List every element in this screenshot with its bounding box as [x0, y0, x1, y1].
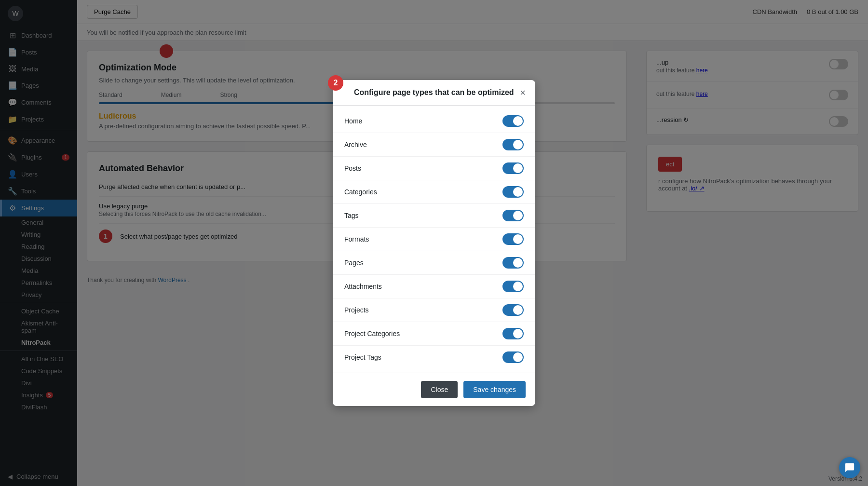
modal-body: HomeArchivePostsCategoriesTagsFormatsPag…	[333, 106, 535, 373]
toggle-label-6: Pages	[344, 259, 364, 267]
toggle-row: Home	[333, 109, 535, 133]
configure-modal: 2 Configure page types that can be optim…	[333, 80, 535, 406]
toggle-row: Categories	[333, 180, 535, 204]
toggle-label-5: Formats	[344, 235, 369, 243]
modal-title: Configure page types that can be optimiz…	[342, 88, 514, 97]
toggle-switch-10[interactable]	[502, 351, 524, 363]
chat-bubble-button[interactable]	[839, 457, 860, 478]
modal-footer: Close Save changes	[333, 373, 535, 406]
toggle-switch-6[interactable]	[502, 257, 524, 269]
toggle-row: Project Categories	[333, 322, 535, 346]
toggle-row: Project Tags	[333, 346, 535, 369]
toggle-switch-4[interactable]	[502, 210, 524, 221]
toggle-label-2: Posts	[344, 164, 361, 172]
toggle-switch-8[interactable]	[502, 304, 524, 316]
toggle-label-0: Home	[344, 117, 362, 125]
toggle-label-3: Categories	[344, 188, 377, 196]
toggle-label-9: Project Categories	[344, 330, 400, 338]
toggle-row: Attachments	[333, 275, 535, 298]
toggle-row: Formats	[333, 228, 535, 251]
toggle-row: Tags	[333, 204, 535, 228]
toggle-switch-1[interactable]	[502, 139, 524, 150]
modal-header: 2 Configure page types that can be optim…	[333, 80, 535, 106]
toggle-row: Projects	[333, 298, 535, 322]
toggle-label-7: Attachments	[344, 283, 382, 290]
modal-step-badge: 2	[328, 75, 343, 91]
modal-close-button[interactable]: ×	[520, 88, 526, 97]
toggle-label-4: Tags	[344, 212, 359, 219]
toggle-row: Posts	[333, 157, 535, 180]
save-changes-button[interactable]: Save changes	[463, 381, 526, 398]
toggle-switch-0[interactable]	[502, 115, 524, 127]
toggle-switch-3[interactable]	[502, 186, 524, 198]
toggle-label-8: Projects	[344, 306, 369, 314]
toggle-switch-5[interactable]	[502, 233, 524, 245]
modal-overlay[interactable]: 2 Configure page types that can be optim…	[0, 0, 868, 486]
toggle-switch-7[interactable]	[502, 281, 524, 292]
chat-icon	[844, 462, 855, 473]
close-button[interactable]: Close	[421, 381, 458, 398]
toggle-row: Archive	[333, 133, 535, 157]
toggle-switch-9[interactable]	[502, 328, 524, 339]
toggle-switch-2[interactable]	[502, 162, 524, 174]
toggle-label-10: Project Tags	[344, 353, 381, 361]
toggle-row: Pages	[333, 251, 535, 275]
toggle-label-1: Archive	[344, 141, 367, 148]
